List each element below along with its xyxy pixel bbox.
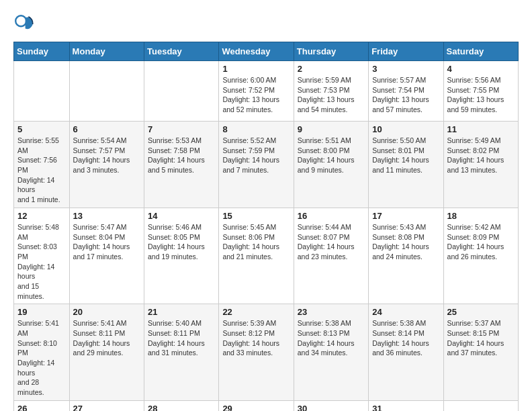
day-info: Sunrise: 5:40 AM Sunset: 8:11 PM Dayligh…	[148, 318, 215, 358]
day-info: Sunrise: 5:38 AM Sunset: 8:14 PM Dayligh…	[372, 318, 439, 358]
day-number: 17	[372, 211, 439, 221]
calendar-cell: 17Sunrise: 5:43 AM Sunset: 8:08 PM Dayli…	[369, 208, 443, 304]
calendar-cell: 28Sunrise: 5:35 AM Sunset: 8:17 PM Dayli…	[144, 400, 219, 411]
day-number: 1	[222, 64, 290, 74]
calendar-cell: 11Sunrise: 5:49 AM Sunset: 8:02 PM Dayli…	[443, 122, 518, 208]
col-header-thursday: Thursday	[294, 42, 368, 61]
day-number: 8	[222, 124, 290, 134]
calendar-cell: 1Sunrise: 6:00 AM Sunset: 7:52 PM Daylig…	[219, 61, 294, 122]
svg-point-0	[15, 15, 26, 26]
calendar-cell: 21Sunrise: 5:40 AM Sunset: 8:11 PM Dayli…	[144, 304, 219, 401]
day-info: Sunrise: 5:42 AM Sunset: 8:09 PM Dayligh…	[447, 222, 515, 262]
day-number: 18	[447, 211, 515, 221]
calendar-cell: 24Sunrise: 5:38 AM Sunset: 8:14 PM Dayli…	[369, 304, 443, 401]
col-header-tuesday: Tuesday	[144, 42, 219, 61]
calendar-cell	[144, 61, 219, 122]
day-info: Sunrise: 5:50 AM Sunset: 8:01 PM Dayligh…	[372, 136, 439, 175]
calendar-cell: 12Sunrise: 5:48 AM Sunset: 8:03 PM Dayli…	[14, 208, 70, 304]
calendar-cell	[69, 61, 144, 122]
day-info: Sunrise: 5:52 AM Sunset: 7:59 PM Dayligh…	[222, 136, 290, 175]
col-header-wednesday: Wednesday	[219, 42, 294, 61]
calendar-cell: 25Sunrise: 5:37 AM Sunset: 8:15 PM Dayli…	[443, 304, 518, 401]
calendar-cell: 22Sunrise: 5:39 AM Sunset: 8:12 PM Dayli…	[219, 304, 294, 401]
calendar-cell: 8Sunrise: 5:52 AM Sunset: 7:59 PM Daylig…	[219, 122, 294, 208]
day-number: 28	[148, 404, 215, 411]
day-number: 10	[372, 124, 439, 134]
col-header-sunday: Sunday	[14, 42, 70, 61]
calendar-cell: 31Sunrise: 5:34 AM Sunset: 8:20 PM Dayli…	[369, 400, 443, 411]
day-number: 7	[148, 124, 215, 134]
day-number: 22	[222, 307, 290, 317]
day-info: Sunrise: 5:56 AM Sunset: 7:55 PM Dayligh…	[447, 75, 515, 115]
calendar-cell: 23Sunrise: 5:38 AM Sunset: 8:13 PM Dayli…	[294, 304, 368, 401]
day-info: Sunrise: 5:48 AM Sunset: 8:03 PM Dayligh…	[17, 222, 66, 302]
logo-icon	[13, 13, 35, 35]
calendar-cell	[14, 61, 70, 122]
col-header-friday: Friday	[369, 42, 443, 61]
day-number: 9	[298, 124, 365, 134]
day-info: Sunrise: 5:44 AM Sunset: 8:07 PM Dayligh…	[298, 222, 365, 262]
day-info: Sunrise: 5:55 AM Sunset: 7:56 PM Dayligh…	[17, 136, 66, 205]
day-number: 14	[148, 211, 215, 221]
calendar-cell: 15Sunrise: 5:45 AM Sunset: 8:06 PM Dayli…	[219, 208, 294, 304]
day-number: 31	[372, 404, 439, 411]
day-info: Sunrise: 5:39 AM Sunset: 8:12 PM Dayligh…	[222, 318, 290, 358]
calendar-cell: 30Sunrise: 5:34 AM Sunset: 8:19 PM Dayli…	[294, 400, 368, 411]
day-info: Sunrise: 5:45 AM Sunset: 8:06 PM Dayligh…	[222, 222, 290, 262]
col-header-saturday: Saturday	[443, 42, 518, 61]
day-number: 21	[148, 307, 215, 317]
day-number: 6	[73, 124, 140, 134]
day-number: 24	[372, 307, 439, 317]
calendar-cell: 5Sunrise: 5:55 AM Sunset: 7:56 PM Daylig…	[14, 122, 70, 208]
day-info: Sunrise: 5:46 AM Sunset: 8:05 PM Dayligh…	[148, 222, 215, 262]
day-number: 4	[447, 64, 515, 74]
calendar-cell: 3Sunrise: 5:57 AM Sunset: 7:54 PM Daylig…	[369, 61, 443, 122]
calendar-cell: 20Sunrise: 5:41 AM Sunset: 8:11 PM Dayli…	[69, 304, 144, 401]
day-info: Sunrise: 5:54 AM Sunset: 7:57 PM Dayligh…	[73, 136, 140, 175]
day-info: Sunrise: 6:00 AM Sunset: 7:52 PM Dayligh…	[222, 75, 290, 115]
day-number: 15	[222, 211, 290, 221]
day-number: 23	[298, 307, 365, 317]
day-number: 3	[372, 64, 439, 74]
calendar-cell: 14Sunrise: 5:46 AM Sunset: 8:05 PM Dayli…	[144, 208, 219, 304]
day-number: 11	[447, 124, 515, 134]
day-number: 26	[17, 404, 66, 411]
day-info: Sunrise: 5:41 AM Sunset: 8:10 PM Dayligh…	[17, 318, 66, 398]
col-header-monday: Monday	[69, 42, 144, 61]
calendar-cell: 16Sunrise: 5:44 AM Sunset: 8:07 PM Dayli…	[294, 208, 368, 304]
calendar-cell: 29Sunrise: 5:35 AM Sunset: 8:18 PM Dayli…	[219, 400, 294, 411]
logo	[13, 13, 39, 35]
calendar-cell: 9Sunrise: 5:51 AM Sunset: 8:00 PM Daylig…	[294, 122, 368, 208]
day-info: Sunrise: 5:37 AM Sunset: 8:15 PM Dayligh…	[447, 318, 515, 358]
calendar-cell: 18Sunrise: 5:42 AM Sunset: 8:09 PM Dayli…	[443, 208, 518, 304]
calendar-cell: 7Sunrise: 5:53 AM Sunset: 7:58 PM Daylig…	[144, 122, 219, 208]
day-number: 20	[73, 307, 140, 317]
day-number: 13	[73, 211, 140, 221]
day-info: Sunrise: 5:47 AM Sunset: 8:04 PM Dayligh…	[73, 222, 140, 262]
day-number: 30	[298, 404, 365, 411]
calendar-cell: 6Sunrise: 5:54 AM Sunset: 7:57 PM Daylig…	[69, 122, 144, 208]
day-info: Sunrise: 5:59 AM Sunset: 7:53 PM Dayligh…	[298, 75, 365, 115]
calendar-cell: 4Sunrise: 5:56 AM Sunset: 7:55 PM Daylig…	[443, 61, 518, 122]
day-number: 16	[298, 211, 365, 221]
day-number: 27	[73, 404, 140, 411]
day-info: Sunrise: 5:49 AM Sunset: 8:02 PM Dayligh…	[447, 136, 515, 175]
day-info: Sunrise: 5:57 AM Sunset: 7:54 PM Dayligh…	[372, 75, 439, 115]
day-number: 19	[17, 307, 66, 317]
calendar-cell	[443, 400, 518, 411]
calendar-cell: 19Sunrise: 5:41 AM Sunset: 8:10 PM Dayli…	[14, 304, 70, 401]
day-info: Sunrise: 5:41 AM Sunset: 8:11 PM Dayligh…	[73, 318, 140, 358]
calendar-table: SundayMondayTuesdayWednesdayThursdayFrid…	[13, 42, 519, 411]
day-info: Sunrise: 5:53 AM Sunset: 7:58 PM Dayligh…	[148, 136, 215, 175]
day-number: 12	[17, 211, 66, 221]
day-number: 29	[222, 404, 290, 411]
calendar-cell: 13Sunrise: 5:47 AM Sunset: 8:04 PM Dayli…	[69, 208, 144, 304]
day-number: 2	[298, 64, 365, 74]
calendar-cell: 27Sunrise: 5:36 AM Sunset: 8:16 PM Dayli…	[69, 400, 144, 411]
day-number: 25	[447, 307, 515, 317]
page-header	[13, 13, 519, 35]
day-info: Sunrise: 5:43 AM Sunset: 8:08 PM Dayligh…	[372, 222, 439, 262]
day-info: Sunrise: 5:38 AM Sunset: 8:13 PM Dayligh…	[298, 318, 365, 358]
calendar-cell: 26Sunrise: 5:37 AM Sunset: 8:16 PM Dayli…	[14, 400, 70, 411]
calendar-cell: 10Sunrise: 5:50 AM Sunset: 8:01 PM Dayli…	[369, 122, 443, 208]
